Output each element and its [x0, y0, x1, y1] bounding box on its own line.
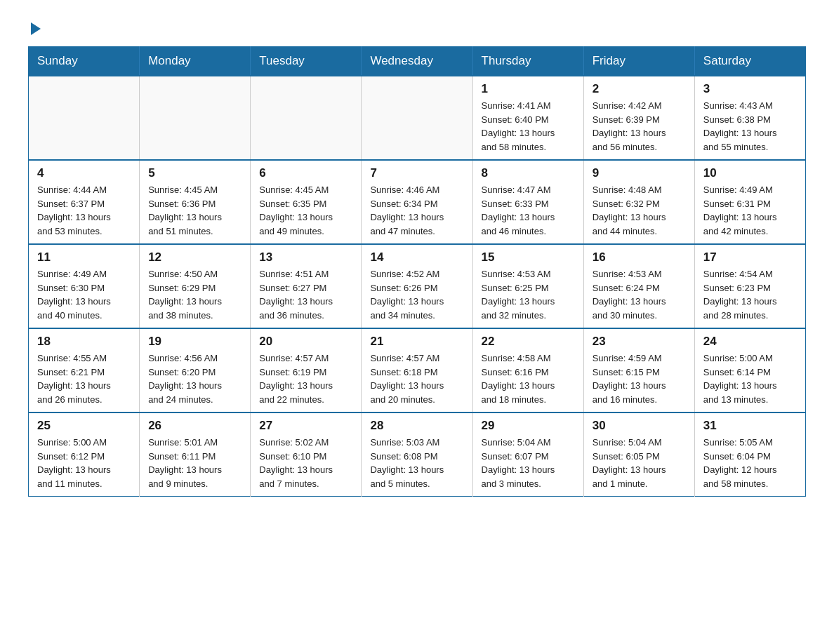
day-info: Sunrise: 5:02 AMSunset: 6:10 PMDaylight:…: [259, 436, 352, 490]
calendar-cell: [362, 76, 472, 160]
calendar-cell: 29Sunrise: 5:04 AMSunset: 6:07 PMDayligh…: [472, 412, 583, 497]
calendar-cell: 21Sunrise: 4:57 AMSunset: 6:18 PMDayligh…: [362, 328, 472, 412]
day-number: 15: [482, 250, 575, 264]
day-number: 20: [259, 335, 352, 349]
calendar-cell: 19Sunrise: 4:56 AMSunset: 6:20 PMDayligh…: [140, 328, 251, 412]
day-number: 14: [370, 250, 463, 264]
day-number: 21: [370, 335, 463, 349]
day-number: 7: [370, 166, 463, 180]
day-info: Sunrise: 5:00 AMSunset: 6:14 PMDaylight:…: [703, 351, 797, 406]
calendar-cell: 13Sunrise: 4:51 AMSunset: 6:27 PMDayligh…: [251, 244, 362, 328]
day-number: 10: [703, 166, 797, 180]
day-number: 27: [259, 419, 352, 433]
day-info: Sunrise: 4:46 AMSunset: 6:34 PMDaylight:…: [370, 183, 463, 238]
calendar-cell: 23Sunrise: 4:59 AMSunset: 6:15 PMDayligh…: [583, 328, 694, 412]
day-number: 2: [593, 82, 686, 96]
calendar-cell: 31Sunrise: 5:05 AMSunset: 6:04 PMDayligh…: [694, 412, 805, 497]
calendar-cell: 5Sunrise: 4:45 AMSunset: 6:36 PMDaylight…: [140, 160, 251, 244]
day-number: 24: [703, 335, 797, 349]
calendar-cell: 12Sunrise: 4:50 AMSunset: 6:29 PMDayligh…: [140, 244, 251, 328]
calendar-cell: 3Sunrise: 4:43 AMSunset: 6:38 PMDaylight…: [694, 76, 805, 160]
day-info: Sunrise: 5:04 AMSunset: 6:07 PMDaylight:…: [482, 436, 575, 490]
calendar-cell: 9Sunrise: 4:48 AMSunset: 6:32 PMDaylight…: [583, 160, 694, 244]
day-info: Sunrise: 4:42 AMSunset: 6:39 PMDaylight:…: [593, 99, 686, 154]
calendar-cell: 24Sunrise: 5:00 AMSunset: 6:14 PMDayligh…: [694, 328, 805, 412]
day-of-week-header: Thursday: [472, 47, 583, 76]
calendar-week-row: 1Sunrise: 4:41 AMSunset: 6:40 PMDaylight…: [29, 76, 806, 160]
day-number: 3: [703, 82, 797, 96]
calendar-cell: 30Sunrise: 5:04 AMSunset: 6:05 PMDayligh…: [583, 412, 694, 497]
day-headers-row: SundayMondayTuesdayWednesdayThursdayFrid…: [29, 47, 806, 76]
day-info: Sunrise: 4:49 AMSunset: 6:31 PMDaylight:…: [703, 183, 797, 238]
day-number: 19: [148, 335, 241, 349]
logo-arrow-icon: [31, 22, 41, 35]
calendar-body: 1Sunrise: 4:41 AMSunset: 6:40 PMDaylight…: [29, 76, 806, 497]
day-info: Sunrise: 5:01 AMSunset: 6:11 PMDaylight:…: [148, 436, 241, 490]
day-info: Sunrise: 4:45 AMSunset: 6:35 PMDaylight:…: [259, 183, 352, 238]
calendar-cell: 2Sunrise: 4:42 AMSunset: 6:39 PMDaylight…: [583, 76, 694, 160]
day-of-week-header: Friday: [583, 47, 694, 76]
calendar-cell: [251, 76, 362, 160]
day-number: 6: [259, 166, 352, 180]
day-info: Sunrise: 4:48 AMSunset: 6:32 PMDaylight:…: [593, 183, 686, 238]
calendar-cell: 1Sunrise: 4:41 AMSunset: 6:40 PMDaylight…: [472, 76, 583, 160]
day-info: Sunrise: 4:44 AMSunset: 6:37 PMDaylight:…: [37, 183, 131, 238]
calendar-cell: [29, 76, 140, 160]
day-number: 22: [482, 335, 575, 349]
page-header: [28, 21, 806, 32]
day-number: 1: [482, 82, 575, 96]
calendar-table: SundayMondayTuesdayWednesdayThursdayFrid…: [28, 46, 806, 497]
calendar-cell: 17Sunrise: 4:54 AMSunset: 6:23 PMDayligh…: [694, 244, 805, 328]
day-info: Sunrise: 4:51 AMSunset: 6:27 PMDaylight:…: [259, 267, 352, 322]
calendar-cell: 18Sunrise: 4:55 AMSunset: 6:21 PMDayligh…: [29, 328, 140, 412]
calendar-cell: 20Sunrise: 4:57 AMSunset: 6:19 PMDayligh…: [251, 328, 362, 412]
calendar-cell: [140, 76, 251, 160]
day-number: 25: [37, 419, 131, 433]
calendar-week-row: 18Sunrise: 4:55 AMSunset: 6:21 PMDayligh…: [29, 328, 806, 412]
day-number: 13: [259, 250, 352, 264]
day-info: Sunrise: 4:59 AMSunset: 6:15 PMDaylight:…: [593, 351, 686, 406]
day-number: 26: [148, 419, 241, 433]
day-info: Sunrise: 4:57 AMSunset: 6:19 PMDaylight:…: [259, 351, 352, 406]
day-of-week-header: Tuesday: [251, 47, 362, 76]
day-number: 11: [37, 250, 131, 264]
calendar-cell: 7Sunrise: 4:46 AMSunset: 6:34 PMDaylight…: [362, 160, 472, 244]
calendar-cell: 10Sunrise: 4:49 AMSunset: 6:31 PMDayligh…: [694, 160, 805, 244]
calendar-cell: 25Sunrise: 5:00 AMSunset: 6:12 PMDayligh…: [29, 412, 140, 497]
day-info: Sunrise: 5:03 AMSunset: 6:08 PMDaylight:…: [370, 436, 463, 490]
day-number: 23: [593, 335, 686, 349]
calendar-cell: 8Sunrise: 4:47 AMSunset: 6:33 PMDaylight…: [472, 160, 583, 244]
day-info: Sunrise: 4:45 AMSunset: 6:36 PMDaylight:…: [148, 183, 241, 238]
day-info: Sunrise: 4:50 AMSunset: 6:29 PMDaylight:…: [148, 267, 241, 322]
day-info: Sunrise: 4:55 AMSunset: 6:21 PMDaylight:…: [37, 351, 131, 406]
calendar-week-row: 4Sunrise: 4:44 AMSunset: 6:37 PMDaylight…: [29, 160, 806, 244]
day-info: Sunrise: 4:49 AMSunset: 6:30 PMDaylight:…: [37, 267, 131, 322]
calendar-cell: 4Sunrise: 4:44 AMSunset: 6:37 PMDaylight…: [29, 160, 140, 244]
calendar-cell: 11Sunrise: 4:49 AMSunset: 6:30 PMDayligh…: [29, 244, 140, 328]
day-info: Sunrise: 4:57 AMSunset: 6:18 PMDaylight:…: [370, 351, 463, 406]
calendar-week-row: 11Sunrise: 4:49 AMSunset: 6:30 PMDayligh…: [29, 244, 806, 328]
logo: [28, 21, 41, 32]
day-of-week-header: Sunday: [29, 47, 140, 76]
day-number: 9: [593, 166, 686, 180]
day-info: Sunrise: 5:05 AMSunset: 6:04 PMDaylight:…: [703, 436, 797, 490]
calendar-header: SundayMondayTuesdayWednesdayThursdayFrid…: [29, 47, 806, 76]
day-of-week-header: Monday: [140, 47, 251, 76]
day-number: 18: [37, 335, 131, 349]
day-info: Sunrise: 4:53 AMSunset: 6:25 PMDaylight:…: [482, 267, 575, 322]
calendar-cell: 15Sunrise: 4:53 AMSunset: 6:25 PMDayligh…: [472, 244, 583, 328]
day-number: 8: [482, 166, 575, 180]
calendar-cell: 14Sunrise: 4:52 AMSunset: 6:26 PMDayligh…: [362, 244, 472, 328]
calendar-cell: 26Sunrise: 5:01 AMSunset: 6:11 PMDayligh…: [140, 412, 251, 497]
day-number: 30: [593, 419, 686, 433]
calendar-cell: 22Sunrise: 4:58 AMSunset: 6:16 PMDayligh…: [472, 328, 583, 412]
calendar-cell: 27Sunrise: 5:02 AMSunset: 6:10 PMDayligh…: [251, 412, 362, 497]
day-info: Sunrise: 4:58 AMSunset: 6:16 PMDaylight:…: [482, 351, 575, 406]
day-of-week-header: Saturday: [694, 47, 805, 76]
day-number: 4: [37, 166, 131, 180]
day-info: Sunrise: 4:54 AMSunset: 6:23 PMDaylight:…: [703, 267, 797, 322]
day-info: Sunrise: 4:52 AMSunset: 6:26 PMDaylight:…: [370, 267, 463, 322]
day-info: Sunrise: 5:00 AMSunset: 6:12 PMDaylight:…: [37, 436, 131, 490]
day-info: Sunrise: 4:43 AMSunset: 6:38 PMDaylight:…: [703, 99, 797, 154]
day-info: Sunrise: 4:56 AMSunset: 6:20 PMDaylight:…: [148, 351, 241, 406]
